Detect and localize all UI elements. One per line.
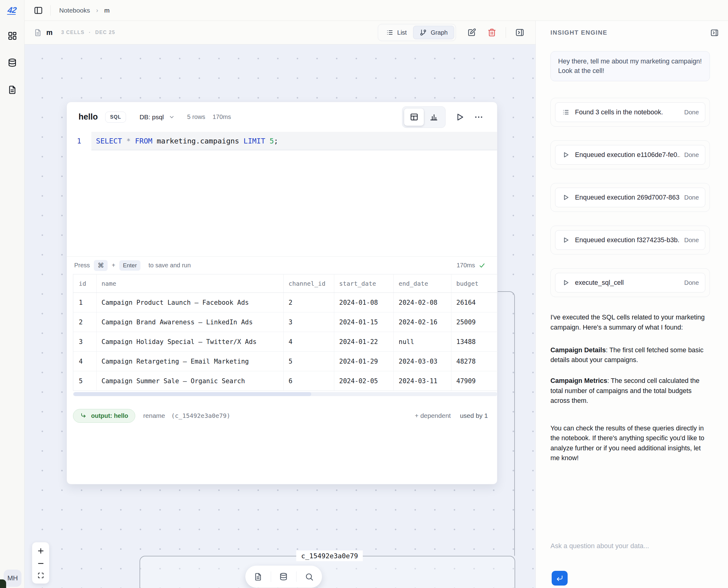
result-table-header: idnamechannel_idstart_dateend_datebudget [73, 274, 498, 293]
header-divider [506, 27, 506, 38]
task-status: Done [680, 109, 699, 116]
notebooks-icon[interactable] [7, 85, 17, 95]
add-sql-cell-icon[interactable] [279, 572, 288, 581]
result-table: idnamechannel_idstart_dateend_datebudget… [73, 274, 498, 391]
bar-chart-icon [429, 112, 438, 121]
task-status: Done [680, 237, 699, 244]
column-header[interactable]: channel_id [284, 274, 334, 293]
play-icon [562, 236, 569, 244]
user-message-bubble: Hey there, tell me about my marketing ca… [550, 51, 710, 81]
play-icon [562, 151, 569, 159]
notebook-title: m [46, 28, 53, 37]
table-row: 5Campaign Summer Sale – Organic Search62… [73, 371, 498, 391]
view-toggle: List Graph [378, 24, 456, 41]
table-row: 2Campaign Brand Awareness – LinkedIn Ads… [73, 312, 498, 332]
task-label: Found 3 cells in the notebook. [575, 108, 663, 116]
sidebar-toggle-icon[interactable] [34, 6, 43, 15]
run-hint-row: Press ⌘ + Enter to save and run 170ms [67, 256, 497, 274]
canvas-toolbar [245, 566, 322, 588]
result-table-wrap: idnamechannel_idstart_dateend_datebudget… [73, 274, 498, 396]
output-pill[interactable]: output: hello [73, 409, 135, 423]
delete-notebook-icon[interactable] [487, 28, 497, 37]
table-view-button[interactable] [404, 108, 424, 126]
task-card-inner[interactable]: Enqueued execution e1106de7-fe0... Done [555, 145, 705, 165]
column-header[interactable]: id [73, 274, 97, 293]
scrollbar-thumb[interactable] [74, 392, 311, 396]
notebook-date: DEC 25 [96, 30, 115, 35]
return-icon [556, 574, 563, 582]
code-line[interactable]: SELECT * FROM marketing.campaigns LIMIT … [91, 132, 497, 150]
task-card-inner[interactable]: Enqueued execution f3274235-b3b... Done [555, 230, 705, 250]
run-cell-icon[interactable] [455, 112, 464, 122]
user-avatar[interactable]: MH [4, 570, 21, 587]
chevron-down-icon [169, 114, 175, 120]
task-label: execute_sql_cell [575, 279, 624, 287]
cell-title[interactable]: hello [79, 112, 98, 122]
line-number: 1 [67, 137, 91, 145]
topbar-divider [50, 5, 50, 16]
open-panel-icon[interactable] [515, 28, 524, 37]
task-card-inner[interactable]: Enqueued execution 269d7007-863... Done [555, 188, 705, 207]
cmd-keycap: ⌘ [94, 260, 108, 271]
task-card-inner[interactable]: Found 3 cells in the notebook. Done [555, 102, 705, 122]
output-pill-label: output: hello [91, 412, 128, 419]
rename-button[interactable]: rename [143, 412, 165, 419]
db-selector[interactable]: DB: psql [140, 113, 175, 121]
column-header[interactable]: end_date [394, 274, 451, 293]
code-editor[interactable]: 1 SELECT * FROM marketing.campaigns LIMI… [67, 132, 497, 256]
cell-header: hello SQL DB: psql 5 rows 170ms [67, 102, 497, 132]
insight-panel: INSIGHT ENGINE Hey there, tell me about … [536, 21, 728, 588]
task-label: Enqueued execution 269d7007-863... [575, 194, 680, 202]
result-table-body: 1Campaign Product Launch – Facebook Ads2… [73, 293, 498, 391]
task-card: execute_sql_cell Done [550, 268, 710, 297]
edit-notebook-icon[interactable] [467, 28, 476, 37]
task-status: Done [680, 194, 699, 201]
chart-view-button[interactable] [424, 108, 443, 126]
meta-dot: · [89, 30, 91, 35]
dependency-edge [497, 291, 515, 556]
task-status: Done [680, 279, 699, 286]
column-header[interactable]: start_date [334, 274, 394, 293]
collapse-panel-icon[interactable] [710, 28, 719, 37]
task-list: Found 3 cells in the notebook. Done Enqu… [550, 98, 728, 297]
column-header[interactable]: name [97, 274, 284, 293]
toolbar-divider [271, 571, 271, 582]
app-logo[interactable]: 42 [7, 5, 17, 15]
hint-suffix: to save and run [148, 262, 191, 269]
send-button[interactable] [552, 571, 568, 586]
play-icon [562, 194, 569, 201]
output-arrow-icon [80, 412, 87, 419]
dependent-cell-label[interactable]: c_15492e3a0e79 [296, 551, 363, 561]
table-icon [410, 112, 419, 121]
graph-canvas[interactable]: c_15492e3a0e79 hello SQL DB: psql 5 rows [24, 44, 536, 588]
zoom-out-icon[interactable] [37, 560, 45, 567]
summary-intro: I've executed the SQL cells related to y… [550, 312, 711, 332]
cell-type-badge: SQL [105, 111, 126, 123]
add-dependent-button[interactable]: + dependent [415, 412, 451, 419]
fit-view-icon[interactable] [37, 572, 44, 579]
notebook-header: m 3 CELLS · DEC 25 List [24, 21, 536, 44]
success-check-icon [479, 262, 485, 269]
list-view-button[interactable]: List [380, 26, 413, 39]
assistant-summary: I've executed the SQL cells related to y… [550, 312, 711, 463]
zoom-in-icon[interactable] [37, 547, 45, 555]
database-icon[interactable] [7, 58, 17, 68]
more-options-icon[interactable] [474, 112, 484, 122]
task-card-inner[interactable]: execute_sql_cell Done [555, 273, 705, 292]
breadcrumb-root[interactable]: Notebooks [59, 7, 90, 14]
summary-point: Campaign Metrics: The second cell calcul… [550, 376, 711, 405]
breadcrumb: Notebooks › m [59, 7, 110, 14]
list-icon [386, 29, 393, 36]
graph-view-button[interactable]: Graph [413, 26, 454, 39]
list-icon [562, 108, 569, 116]
left-sidebar: 42 MH [0, 0, 24, 588]
add-note-cell-icon[interactable] [254, 572, 263, 581]
dashboard-icon[interactable] [7, 31, 17, 41]
result-view-toggle [402, 106, 445, 128]
ask-input[interactable] [550, 542, 710, 550]
insight-panel-header: INSIGHT ENGINE [536, 21, 728, 44]
task-card: Enqueued execution e1106de7-fe0... Done [550, 141, 710, 169]
column-header[interactable]: budget [451, 274, 498, 293]
app-root: 42 MH Notebooks › m m [0, 0, 728, 588]
search-icon[interactable] [305, 572, 314, 581]
